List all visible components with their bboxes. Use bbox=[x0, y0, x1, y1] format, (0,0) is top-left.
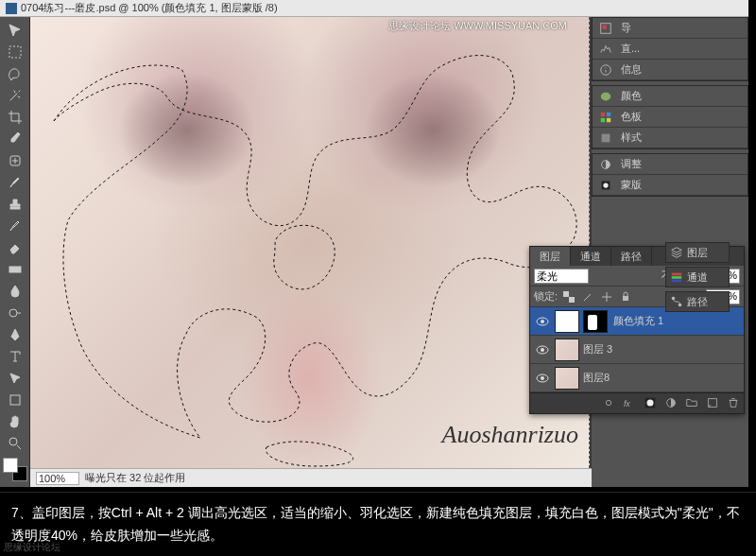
panel-swatches[interactable]: 色板 bbox=[593, 107, 747, 128]
zoom-tool[interactable] bbox=[3, 433, 27, 453]
lasso-tool[interactable] bbox=[3, 63, 27, 83]
layer-name[interactable]: 图层 3 bbox=[583, 342, 740, 356]
lock-label: 锁定: bbox=[534, 289, 558, 304]
lock-pixels-icon[interactable] bbox=[580, 290, 595, 304]
move-tool[interactable] bbox=[3, 20, 27, 40]
hand-tool[interactable] bbox=[3, 411, 27, 431]
layer-thumbnail[interactable] bbox=[555, 367, 579, 390]
layer-mask-thumbnail[interactable] bbox=[583, 310, 608, 333]
panel-histogram[interactable]: 直... bbox=[593, 39, 747, 60]
pen-tool[interactable] bbox=[3, 324, 27, 344]
lock-transparency-icon[interactable] bbox=[561, 290, 576, 304]
trash-icon[interactable] bbox=[727, 396, 740, 411]
tab-channels[interactable]: 通道 bbox=[571, 247, 611, 266]
fx-icon[interactable]: fx bbox=[623, 396, 636, 411]
brush-tool[interactable] bbox=[3, 172, 27, 192]
stamp-tool[interactable] bbox=[3, 194, 27, 214]
link-layers-icon[interactable] bbox=[602, 396, 615, 411]
toolbox bbox=[0, 17, 30, 487]
panel-styles[interactable]: 样式 bbox=[593, 128, 747, 148]
layer-name[interactable]: 图层8 bbox=[583, 371, 740, 385]
svg-text:fx: fx bbox=[624, 398, 630, 408]
svg-rect-5 bbox=[10, 395, 20, 405]
visibility-icon[interactable] bbox=[534, 341, 551, 358]
layer-thumbnail[interactable] bbox=[555, 339, 579, 361]
svg-point-18 bbox=[603, 182, 608, 187]
watermark: 思缘设计论坛 WWW.MISSYUAN.COM bbox=[388, 19, 567, 33]
document-image: Auoshanrizuo bbox=[30, 17, 590, 468]
lock-position-icon[interactable] bbox=[599, 290, 614, 304]
right-mini-panels: 图层 通道 路径 bbox=[665, 242, 730, 312]
svg-rect-15 bbox=[602, 133, 610, 142]
tab-paths[interactable]: 路径 bbox=[611, 247, 652, 266]
signature-text: Auoshanrizuo bbox=[442, 421, 578, 449]
healing-brush-tool[interactable] bbox=[3, 150, 27, 170]
svg-rect-33 bbox=[672, 273, 682, 276]
tab-layers[interactable]: 图层 bbox=[530, 247, 571, 266]
document-icon bbox=[6, 3, 17, 14]
layer-thumbnail[interactable] bbox=[555, 310, 579, 333]
mini-panel-layers[interactable]: 图层 bbox=[665, 242, 730, 263]
eraser-tool[interactable] bbox=[3, 237, 27, 257]
marquee-tool[interactable] bbox=[3, 42, 27, 61]
svg-rect-20 bbox=[569, 297, 575, 303]
visibility-icon[interactable] bbox=[534, 313, 551, 330]
svg-rect-2 bbox=[10, 207, 20, 209]
foreground-color[interactable] bbox=[3, 458, 18, 473]
layers-bottom-bar: fx bbox=[530, 392, 744, 413]
svg-rect-3 bbox=[9, 267, 21, 272]
path-selection-tool[interactable] bbox=[3, 368, 27, 388]
svg-rect-13 bbox=[601, 117, 605, 121]
mini-panel-channels[interactable]: 通道 bbox=[665, 267, 730, 287]
svg-point-30 bbox=[647, 399, 654, 406]
dodge-tool[interactable] bbox=[3, 303, 27, 322]
crop-tool[interactable] bbox=[3, 107, 27, 127]
svg-rect-11 bbox=[601, 112, 605, 115]
svg-point-10 bbox=[601, 92, 611, 100]
bottom-watermark: 思缘设计论坛 bbox=[4, 541, 60, 554]
history-brush-tool[interactable] bbox=[3, 216, 27, 235]
new-layer-icon[interactable] bbox=[706, 396, 719, 411]
panel-info[interactable]: 信息 bbox=[593, 60, 747, 80]
panel-navigator[interactable]: 导 bbox=[593, 18, 747, 39]
type-tool[interactable] bbox=[3, 346, 27, 366]
status-message: 曝光只在 32 位起作用 bbox=[85, 471, 185, 485]
layer-row[interactable]: 图层8 bbox=[530, 364, 744, 392]
panel-adjustments[interactable]: 调整 bbox=[593, 154, 747, 175]
panel-color[interactable]: 颜色 bbox=[593, 86, 747, 107]
title-bar: 0704练习---磨皮.psd @ 100% (颜色填充 1, 图层蒙版 /8) bbox=[0, 0, 748, 17]
shape-tool[interactable] bbox=[3, 390, 27, 409]
svg-rect-35 bbox=[672, 280, 682, 283]
svg-point-6 bbox=[9, 438, 17, 445]
status-bar: 100% 曝光只在 32 位起作用 bbox=[30, 468, 592, 487]
instruction-text: 7、盖印图层，按Ctrl + Alt + 2 调出高光选区，适当的缩小、羽化选区… bbox=[0, 492, 756, 556]
panel-masks[interactable]: 蒙版 bbox=[593, 175, 747, 196]
window-title: 0704练习---磨皮.psd @ 100% (颜色填充 1, 图层蒙版 /8) bbox=[21, 1, 278, 15]
blend-mode-select[interactable]: 柔光 bbox=[534, 269, 589, 284]
layer-row[interactable]: 图层 3 bbox=[530, 336, 744, 364]
svg-point-27 bbox=[541, 376, 544, 380]
svg-rect-19 bbox=[563, 291, 569, 297]
svg-rect-12 bbox=[607, 112, 610, 115]
svg-point-23 bbox=[541, 320, 544, 323]
zoom-level[interactable]: 100% bbox=[36, 472, 79, 485]
blur-tool[interactable] bbox=[3, 281, 27, 301]
svg-rect-8 bbox=[603, 25, 607, 28]
lock-all-icon[interactable] bbox=[618, 290, 633, 304]
color-swatches[interactable] bbox=[3, 458, 27, 481]
svg-rect-14 bbox=[607, 117, 610, 121]
mini-panel-paths[interactable]: 路径 bbox=[665, 291, 730, 312]
canvas-area[interactable]: Auoshanrizuo 思缘设计论坛 WWW.MISSYUAN.COM bbox=[30, 17, 592, 487]
mask-icon[interactable] bbox=[644, 396, 657, 411]
gradient-tool[interactable] bbox=[3, 259, 27, 279]
magic-wand-tool[interactable] bbox=[3, 85, 27, 105]
eyedropper-tool[interactable] bbox=[3, 129, 27, 148]
svg-rect-34 bbox=[672, 276, 682, 279]
svg-rect-21 bbox=[623, 296, 628, 301]
svg-point-25 bbox=[541, 348, 544, 352]
adjustment-layer-icon[interactable] bbox=[664, 396, 678, 411]
svg-rect-0 bbox=[9, 46, 21, 58]
visibility-icon[interactable] bbox=[534, 370, 551, 387]
group-icon[interactable] bbox=[685, 396, 698, 411]
layer-name[interactable]: 颜色填充 1 bbox=[613, 314, 740, 328]
